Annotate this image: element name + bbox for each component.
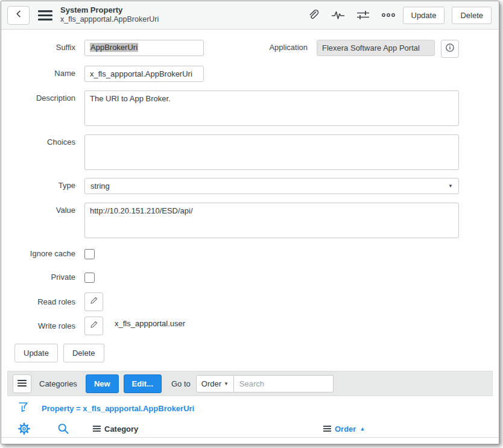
row-read-roles: Read roles	[1, 292, 459, 311]
gear-icon[interactable]	[18, 423, 30, 437]
record-title-block: System Property x_fls_appportal.AppBroke…	[60, 6, 159, 24]
suffix-selected-text: AppBrokerUri	[90, 43, 138, 52]
more-options-icon[interactable]	[381, 11, 396, 19]
row-ignore-cache: Ignore cache	[1, 248, 459, 259]
application-info-button[interactable]	[441, 40, 459, 58]
row-private: Private	[1, 271, 459, 283]
suffix-label: Suffix	[1, 40, 84, 58]
goto-label: Go to	[171, 379, 191, 388]
ignore-cache-label: Ignore cache	[1, 248, 84, 259]
related-list-menu-button[interactable]	[13, 374, 31, 393]
write-roles-edit-button[interactable]	[84, 317, 103, 335]
header-delete-button[interactable]: Delete	[452, 7, 492, 24]
row-name: Name	[1, 66, 459, 82]
back-button[interactable]	[7, 6, 30, 25]
value-label: Value	[1, 203, 84, 238]
description-textarea[interactable]: The URI to App Broker.	[84, 90, 459, 126]
goto-selected-value: Order	[201, 379, 221, 388]
choices-textarea[interactable]	[84, 134, 459, 170]
sliders-icon[interactable]	[356, 10, 370, 21]
column-label: Order	[335, 424, 356, 434]
form-header: System Property x_fls_appportal.AppBroke…	[1, 1, 499, 30]
name-input[interactable]	[84, 66, 204, 82]
row-write-roles: Write roles x_fls_appportal.user	[1, 317, 459, 335]
hamburger-icon	[93, 423, 101, 434]
pencil-icon	[89, 296, 98, 308]
related-list-title: Categories	[39, 379, 77, 388]
breadcrumb-filter-row: Property = x_fls_appportal.AppBrokerUri	[1, 396, 499, 420]
row-type: Type string ▼	[1, 178, 459, 194]
form-footer-buttons: Update Delete	[1, 344, 459, 371]
footer-update-button[interactable]: Update	[14, 344, 58, 362]
hamburger-icon	[323, 423, 331, 434]
footer-delete-button[interactable]: Delete	[63, 344, 104, 362]
value-textarea[interactable]: http://10.20.151.210/ESD/api/	[84, 203, 459, 238]
info-icon	[445, 43, 455, 55]
chevron-down-icon: ▼	[448, 183, 453, 189]
private-label: Private	[1, 271, 84, 283]
application-input	[317, 40, 435, 56]
name-label: Name	[1, 66, 84, 82]
chevron-left-icon	[14, 10, 23, 21]
sort-ascending-icon: ▲	[359, 426, 365, 432]
page-subtitle: x_fls_appportal.AppBrokerUri	[60, 15, 159, 24]
write-roles-label: Write roles	[1, 317, 84, 335]
description-label: Description	[1, 90, 84, 126]
new-button[interactable]: New	[86, 374, 119, 393]
read-roles-label: Read roles	[1, 292, 84, 311]
column-header-order[interactable]: Order ▲	[323, 423, 365, 434]
header-update-button[interactable]: Update	[403, 7, 445, 24]
form-context-menu-icon[interactable]	[38, 10, 52, 21]
goto-field-select[interactable]: Order ▼	[196, 375, 234, 393]
row-choices: Choices	[1, 134, 459, 170]
related-list-toolbar: Categories New Edit... Go to Order ▼	[7, 371, 493, 396]
application-label: Application	[269, 40, 317, 52]
suffix-input[interactable]: AppBrokerUri	[84, 40, 204, 56]
column-label: Category	[104, 424, 138, 434]
choices-label: Choices	[1, 134, 84, 170]
filter-breadcrumb-link[interactable]: Property = x_fls_appportal.AppBrokerUri	[42, 404, 194, 413]
write-roles-value: x_fls_appportal.user	[115, 317, 185, 328]
row-suffix-application: Suffix AppBrokerUri Application	[1, 40, 459, 58]
chevron-down-icon: ▼	[224, 381, 229, 386]
list-column-headers: Category Order ▲	[1, 420, 499, 438]
pencil-icon	[89, 320, 98, 332]
related-list-search-input[interactable]	[234, 375, 334, 393]
row-description: Description The URI to App Broker.	[1, 90, 459, 126]
hamburger-icon	[17, 378, 27, 389]
record-form-window: System Property x_fls_appportal.AppBroke…	[1, 1, 499, 444]
type-label: Type	[1, 178, 84, 194]
edit-button[interactable]: Edit...	[124, 374, 162, 393]
column-header-category[interactable]: Category	[93, 423, 138, 434]
private-checkbox[interactable]	[84, 273, 95, 283]
paperclip-icon[interactable]	[307, 9, 320, 22]
activity-stream-icon[interactable]	[331, 10, 345, 21]
ignore-cache-checkbox[interactable]	[84, 249, 95, 259]
read-roles-edit-button[interactable]	[84, 292, 103, 311]
type-selected-value: string	[90, 181, 110, 191]
page-title: System Property	[60, 6, 159, 15]
type-select[interactable]: string ▼	[84, 178, 459, 194]
search-icon[interactable]	[57, 423, 69, 437]
form-body: Suffix AppBrokerUri Application Name	[1, 30, 499, 371]
row-value: Value http://10.20.151.210/ESD/api/	[1, 203, 459, 238]
funnel-icon[interactable]	[18, 402, 28, 415]
